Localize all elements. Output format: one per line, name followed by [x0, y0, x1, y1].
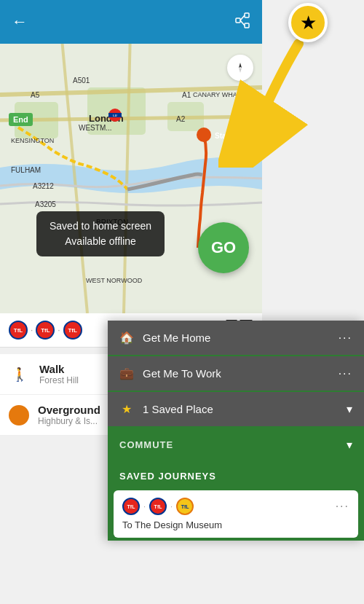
commute-row[interactable]: COMMUTE ▾ [108, 428, 364, 462]
go-button[interactable]: GO [198, 222, 249, 273]
right-panel: 🏠 Get Me Home ··· 💼 Get Me To Work ··· ★… [108, 321, 364, 541]
tooltip-line1: Saved to home screen [50, 219, 151, 234]
svg-rect-16 [245, 23, 249, 28]
sjc-journey-name: To The Design Museum [122, 519, 349, 530]
svg-text:Start: Start [215, 132, 232, 140]
share-button[interactable] [234, 12, 250, 32]
walk-icon: 🚶 [9, 364, 31, 385]
sjc-dot-1: · [143, 502, 146, 511]
tooltip-line2: Available offline [50, 234, 151, 249]
menu-item-get-me-to-work[interactable]: 💼 Get Me To Work ··· [108, 356, 364, 391]
sjc-icon-3: TfL [176, 498, 194, 515]
sjc-transport-icons: TfL · TfL · TfL [122, 498, 333, 515]
saved-journeys-header: SAVED JOURNEYS [108, 462, 364, 487]
work-more-dots[interactable]: ··· [339, 367, 352, 380]
svg-point-8 [197, 128, 211, 142]
svg-marker-14 [239, 68, 242, 73]
get-me-home-label: Get Me Home [143, 332, 330, 344]
sjc-more-dots[interactable]: ··· [336, 500, 349, 513]
map-label-westm: WESTM... [79, 124, 112, 132]
sjc-dot-2: · [170, 502, 173, 511]
work-icon: 💼 [119, 366, 134, 380]
saved-journeys-title: SAVED JOURNEYS [119, 471, 352, 482]
commute-label: COMMUTE [119, 439, 338, 450]
saved-journey-card[interactable]: TfL · TfL · TfL ··· To The Design Museum [114, 490, 358, 538]
map-label-a501: A501 [73, 77, 90, 85]
map-label-a2: A2 [176, 115, 185, 123]
dot-sep-1: · [31, 325, 33, 335]
map-label-a3212: A3212 [33, 182, 54, 190]
map-label-fulham: FULHAM [11, 166, 41, 174]
map-background: Start A501 A5 KENSINGTON WESTM... CANARY… [0, 0, 262, 313]
saved-place-chevron[interactable]: ▾ [347, 402, 352, 416]
svg-marker-13 [239, 63, 242, 68]
map-label-kensington: KENSINGTON [11, 137, 54, 144]
sjc-icon-1: TfL [122, 498, 140, 515]
tfl-icon-1: TfL [9, 321, 28, 340]
menu-item-get-me-home[interactable]: 🏠 Get Me Home ··· [108, 321, 364, 355]
menu-item-saved-place[interactable]: ★ 1 Saved Place ▾ [108, 392, 364, 426]
tfl-icon-2: TfL [36, 321, 55, 340]
top-bar: ← [0, 0, 262, 44]
map-label-canary: CANARY WHA... [193, 91, 242, 98]
map-label-west-norwood: WEST NORWOOD [86, 277, 142, 284]
svg-line-19 [240, 20, 245, 26]
overground-icon [9, 405, 29, 425]
star-icon: ★ [300, 12, 317, 34]
compass-button[interactable] [227, 55, 253, 81]
sjc-icon-2: TfL [149, 498, 167, 515]
get-me-to-work-label: Get Me To Work [143, 367, 330, 380]
map-label-a5: A5 [31, 91, 39, 99]
map-label-a1: A1 [182, 91, 191, 99]
dot-sep-2: · [58, 325, 60, 335]
london-underground-marker: LU [108, 108, 122, 122]
saved-star-icon: ★ [119, 402, 134, 416]
map-label-a3205: A3205 [35, 200, 56, 208]
svg-line-18 [240, 15, 245, 20]
home-icon: 🏠 [119, 331, 134, 345]
back-button[interactable]: ← [12, 12, 28, 31]
svg-text:LU: LU [113, 114, 116, 117]
saved-place-label: 1 Saved Place [143, 403, 338, 415]
commute-chevron[interactable]: ▾ [347, 438, 352, 452]
sjc-icons-row: TfL · TfL · TfL ··· [122, 498, 349, 515]
end-marker: End [9, 113, 33, 126]
map-container: Start A501 A5 KENSINGTON WESTM... CANARY… [0, 0, 262, 313]
svg-rect-17 [236, 18, 240, 23]
svg-rect-15 [245, 13, 249, 17]
tfl-icon-3: TfL [63, 321, 82, 340]
star-bookmark-button[interactable]: ★ [288, 3, 328, 42]
home-more-dots[interactable]: ··· [339, 332, 352, 345]
saved-tooltip: Saved to home screen Available offline [36, 211, 165, 256]
